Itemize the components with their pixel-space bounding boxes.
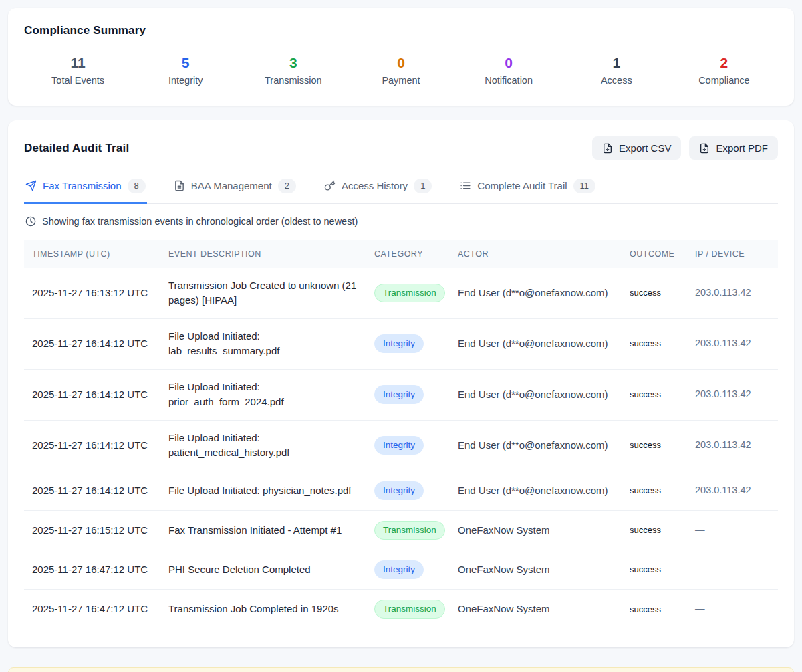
table-row: 2025-11-27 16:47:12 UTCTransmission Job … [24, 590, 778, 629]
ip-cell: — [687, 590, 778, 629]
summary-stat-access: 1Access [563, 55, 670, 86]
category-badge: Integrity [374, 385, 424, 404]
timestamp-cell: 2025-11-27 16:47:12 UTC [24, 550, 160, 590]
outcome-cell: success [622, 369, 687, 420]
tab-baa-management[interactable]: BAA Management2 [172, 177, 297, 204]
ip-cell: 203.0.113.42 [687, 471, 778, 510]
export-pdf-button[interactable]: Export PDF [689, 136, 778, 160]
outcome-cell: success [622, 550, 687, 590]
stat-value: 11 [24, 55, 132, 70]
timestamp-cell: 2025-11-27 16:15:12 UTC [24, 510, 160, 550]
actor-cell: OneFaxNow System [450, 590, 622, 629]
ip-cell: — [687, 510, 778, 550]
actor-cell: OneFaxNow System [450, 510, 622, 550]
file-download-icon [699, 143, 710, 154]
audit-header: Detailed Audit Trail Export CSV Export P… [24, 136, 778, 160]
outcome-cell: success [622, 471, 687, 510]
tab-fax-transmission[interactable]: Fax Transmission8 [24, 177, 147, 204]
category-badge: Integrity [374, 334, 424, 353]
stat-label: Integrity [132, 75, 239, 86]
category-cell: Integrity [366, 369, 450, 420]
compliance-page: Compliance Summary 11Total Events5Integr… [0, 0, 802, 672]
send-icon [25, 180, 37, 191]
stat-label: Notification [455, 75, 563, 86]
category-badge: Transmission [374, 521, 445, 540]
tab-label: BAA Management [191, 180, 272, 191]
tab-label: Fax Transmission [43, 180, 122, 191]
table-row: 2025-11-27 16:13:12 UTCTransmission Job … [24, 268, 778, 319]
category-badge: Transmission [374, 600, 445, 619]
table-row: 2025-11-27 16:15:12 UTCFax Transmission … [24, 510, 778, 550]
ip-cell: 203.0.113.42 [687, 420, 778, 471]
category-cell: Integrity [366, 318, 450, 369]
key-icon [324, 180, 336, 191]
security-notice: Security Notice: This page contains sens… [8, 667, 794, 672]
stat-value: 0 [347, 55, 454, 70]
table-row: 2025-11-27 16:14:12 UTCFile Upload Initi… [24, 369, 778, 420]
audit-title: Detailed Audit Trail [24, 142, 129, 155]
table-row: 2025-11-27 16:14:12 UTCFile Upload Initi… [24, 420, 778, 471]
outcome-cell: success [622, 510, 687, 550]
list-icon [460, 180, 471, 191]
table-row: 2025-11-27 16:47:12 UTCPHI Secure Deleti… [24, 550, 778, 590]
category-cell: Integrity [366, 471, 450, 510]
export-csv-label: Export CSV [619, 142, 671, 154]
description-cell: Transmission Job Completed in 1920s [160, 590, 366, 629]
timestamp-cell: 2025-11-27 16:14:12 UTC [24, 318, 160, 369]
column-header-actor: ACTOR [450, 240, 622, 268]
summary-stat-compliance: 2Compliance [670, 55, 778, 86]
stat-value: 0 [455, 55, 563, 70]
description-cell: Transmission Job Created to unknown (21 … [160, 268, 366, 319]
tab-access-history[interactable]: Access History1 [323, 177, 433, 204]
actor-cell: OneFaxNow System [450, 550, 622, 590]
audit-table: TIMESTAMP (UTC)EVENT DESCRIPTIONCATEGORY… [24, 240, 778, 629]
timestamp-cell: 2025-11-27 16:13:12 UTC [24, 268, 160, 319]
category-cell: Transmission [366, 590, 450, 629]
actor-cell: End User (d**o@onefaxnow.com) [450, 471, 622, 510]
tab-count-badge: 1 [414, 179, 432, 193]
ip-cell: 203.0.113.42 [687, 318, 778, 369]
description-cell: File Upload Initiated: patient_medical_h… [160, 420, 366, 471]
outcome-cell: success [622, 318, 687, 369]
stat-label: Payment [347, 75, 454, 86]
column-header-ip-device: IP / DEVICE [687, 240, 778, 268]
column-header-outcome: OUTCOME [622, 240, 687, 268]
tab-count-badge: 11 [573, 179, 596, 193]
category-cell: Transmission [366, 510, 450, 550]
actor-cell: End User (d**o@onefaxnow.com) [450, 369, 622, 420]
table-row: 2025-11-27 16:14:12 UTCFile Upload Initi… [24, 318, 778, 369]
ip-cell: 203.0.113.42 [687, 369, 778, 420]
description-cell: Fax Transmission Initiated - Attempt #1 [160, 510, 366, 550]
ip-cell: — [687, 550, 778, 590]
summary-stat-payment: 0Payment [347, 55, 454, 86]
actor-cell: End User (d**o@onefaxnow.com) [450, 420, 622, 471]
summary-stat-total-events: 11Total Events [24, 55, 132, 86]
stat-label: Total Events [24, 75, 132, 86]
tab-label: Access History [342, 180, 408, 191]
outcome-cell: success [622, 420, 687, 471]
stat-label: Access [563, 75, 670, 86]
summary-stats: 11Total Events5Integrity3Transmission0Pa… [24, 55, 778, 86]
timestamp-cell: 2025-11-27 16:14:12 UTC [24, 369, 160, 420]
table-row: 2025-11-27 16:14:12 UTCFile Upload Initi… [24, 471, 778, 510]
actor-cell: End User (d**o@onefaxnow.com) [450, 268, 622, 319]
tab-label: Complete Audit Trail [477, 180, 567, 191]
category-badge: Integrity [374, 481, 424, 500]
document-icon [174, 180, 185, 191]
ip-cell: 203.0.113.42 [687, 268, 778, 319]
column-header-event-description: EVENT DESCRIPTION [160, 240, 366, 268]
audit-tab-bar: Fax Transmission8BAA Management2Access H… [24, 177, 778, 204]
description-cell: File Upload Initiated: prior_auth_form_2… [160, 369, 366, 420]
outcome-cell: success [622, 590, 687, 629]
category-badge: Integrity [374, 436, 424, 455]
summary-stat-transmission: 3Transmission [239, 55, 347, 86]
summary-stat-integrity: 5Integrity [132, 55, 239, 86]
timestamp-cell: 2025-11-27 16:14:12 UTC [24, 420, 160, 471]
export-csv-button[interactable]: Export CSV [592, 136, 681, 160]
tab-count-badge: 8 [128, 179, 146, 193]
description-cell: File Upload Initiated: lab_results_summa… [160, 318, 366, 369]
tab-complete-audit-trail[interactable]: Complete Audit Trail11 [458, 177, 597, 204]
actor-cell: End User (d**o@onefaxnow.com) [450, 318, 622, 369]
export-button-group: Export CSV Export PDF [592, 136, 778, 160]
outcome-cell: success [622, 268, 687, 319]
